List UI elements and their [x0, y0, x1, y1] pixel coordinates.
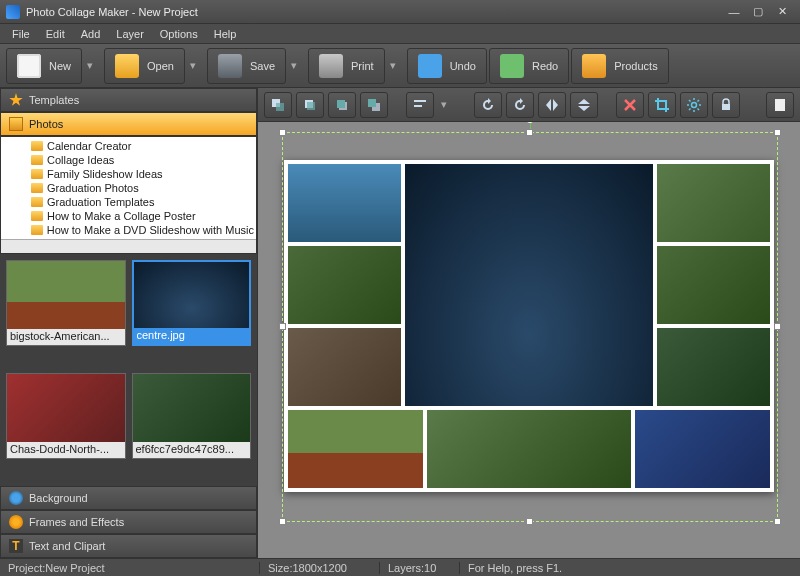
accordion-templates[interactable]: Templates	[0, 88, 257, 112]
lock-button[interactable]	[712, 92, 740, 118]
tree-item[interactable]: Graduation Templates	[31, 195, 254, 209]
thumbnail-image	[7, 374, 125, 442]
tree-item[interactable]: Family Slideshow Ideas	[31, 167, 254, 181]
resize-handle[interactable]	[279, 518, 286, 525]
print-button[interactable]: Print	[308, 48, 385, 84]
window-title: Photo Collage Maker - New Project	[26, 6, 722, 18]
flip-h-button[interactable]	[538, 92, 566, 118]
left-panel: Templates Photos Calendar Creator Collag…	[0, 88, 258, 558]
edit-toolbar: ▾	[258, 88, 800, 122]
resize-handle[interactable]	[774, 323, 781, 330]
open-icon	[115, 54, 139, 78]
menu-bar: File Edit Add Layer Options Help	[0, 24, 800, 44]
redo-icon	[500, 54, 524, 78]
svg-rect-8	[414, 100, 426, 102]
rotate-left-button[interactable]	[474, 92, 502, 118]
undo-icon	[418, 54, 442, 78]
minimize-button[interactable]: —	[722, 4, 746, 20]
maximize-button[interactable]: ▢	[746, 4, 770, 20]
open-button[interactable]: Open	[104, 48, 185, 84]
redo-button[interactable]: Redo	[489, 48, 569, 84]
app-icon	[6, 5, 20, 19]
accordion-text[interactable]: T Text and Clipart	[0, 534, 257, 558]
bring-forward-button[interactable]	[296, 92, 324, 118]
accordion-photos[interactable]: Photos	[0, 112, 257, 136]
close-button[interactable]: ✕	[770, 4, 794, 20]
thumbnail-image	[134, 262, 250, 328]
send-backward-button[interactable]	[328, 92, 356, 118]
undo-button[interactable]: Undo	[407, 48, 487, 84]
menu-file[interactable]: File	[4, 26, 38, 42]
folder-icon	[31, 141, 43, 151]
export-button[interactable]	[766, 92, 794, 118]
resize-handle[interactable]	[279, 323, 286, 330]
tree-item[interactable]: Graduation Photos	[31, 181, 254, 195]
bring-front-button[interactable]	[264, 92, 292, 118]
folder-icon	[31, 225, 43, 235]
products-button[interactable]: Products	[571, 48, 668, 84]
align-button[interactable]	[406, 92, 434, 118]
svg-rect-5	[337, 100, 345, 108]
thumbnail[interactable]: bigstock-American...	[6, 260, 126, 346]
print-dropdown[interactable]: ▾	[387, 48, 399, 84]
tree-item[interactable]: How to Make a DVD Slideshow with Music	[31, 223, 254, 237]
align-dropdown[interactable]: ▾	[438, 87, 450, 123]
resize-handle[interactable]	[774, 518, 781, 525]
svg-rect-9	[414, 105, 422, 107]
status-help: For Help, press F1.	[460, 562, 800, 574]
print-icon	[319, 54, 343, 78]
thumbnail[interactable]: centre.jpg	[132, 260, 252, 346]
open-dropdown[interactable]: ▾	[187, 48, 199, 84]
save-icon	[218, 54, 242, 78]
star-icon	[9, 93, 23, 107]
settings-button[interactable]	[680, 92, 708, 118]
svg-rect-7	[368, 99, 376, 107]
svg-rect-1	[276, 103, 284, 111]
send-back-button[interactable]	[360, 92, 388, 118]
folder-tree[interactable]: Calendar Creator Collage Ideas Family Sl…	[0, 136, 257, 254]
svg-rect-12	[775, 99, 785, 111]
svg-rect-3	[307, 102, 315, 110]
effects-icon	[9, 515, 23, 529]
photo-icon	[9, 117, 23, 131]
resize-handle[interactable]	[279, 129, 286, 136]
folder-icon	[31, 197, 43, 207]
resize-handle[interactable]	[774, 129, 781, 136]
delete-button[interactable]	[616, 92, 644, 118]
new-button[interactable]: New	[6, 48, 82, 84]
editor-area: ▾	[258, 88, 800, 558]
folder-icon	[31, 155, 43, 165]
products-icon	[582, 54, 606, 78]
tree-scrollbar[interactable]	[1, 239, 256, 253]
new-dropdown[interactable]: ▾	[84, 48, 96, 84]
selection-box[interactable]	[282, 132, 778, 522]
folder-icon	[31, 183, 43, 193]
menu-help[interactable]: Help	[206, 26, 245, 42]
status-size: Size:1800x1200	[260, 562, 380, 574]
tree-item[interactable]: How to Make a Collage Poster	[31, 209, 254, 223]
flip-v-button[interactable]	[570, 92, 598, 118]
thumbnail-image	[7, 261, 125, 329]
save-button[interactable]: Save	[207, 48, 286, 84]
folder-icon	[31, 169, 43, 179]
svg-rect-11	[722, 104, 730, 110]
thumbnail[interactable]: ef6fcc7e9dc47c89...	[132, 373, 252, 459]
menu-layer[interactable]: Layer	[108, 26, 152, 42]
crop-button[interactable]	[648, 92, 676, 118]
accordion-background[interactable]: Background	[0, 486, 257, 510]
menu-edit[interactable]: Edit	[38, 26, 73, 42]
tree-item[interactable]: Calendar Creator	[31, 139, 254, 153]
resize-handle[interactable]	[526, 129, 533, 136]
rotate-right-button[interactable]	[506, 92, 534, 118]
save-dropdown[interactable]: ▾	[288, 48, 300, 84]
status-bar: Project:New Project Size:1800x1200 Layer…	[0, 558, 800, 576]
canvas-viewport[interactable]	[258, 122, 800, 558]
tree-item[interactable]: Collage Ideas	[31, 153, 254, 167]
thumbnail[interactable]: Chas-Dodd-North-...	[6, 373, 126, 459]
menu-options[interactable]: Options	[152, 26, 206, 42]
svg-point-10	[692, 102, 697, 107]
accordion-frames[interactable]: Frames and Effects	[0, 510, 257, 534]
resize-handle[interactable]	[526, 518, 533, 525]
rotate-handle[interactable]	[525, 122, 535, 123]
menu-add[interactable]: Add	[73, 26, 109, 42]
